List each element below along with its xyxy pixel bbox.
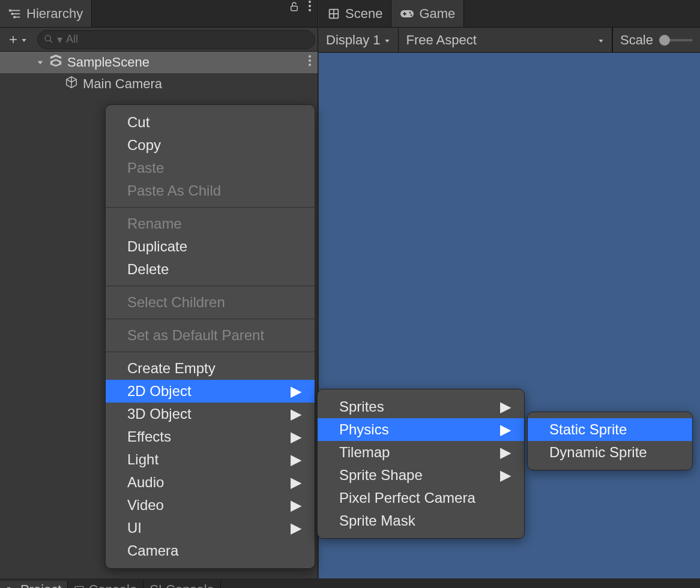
submenu-arrow-icon: ▶	[482, 398, 511, 415]
gamepad-icon	[400, 8, 414, 20]
submenu-tilemap[interactable]: Tilemap▶	[318, 441, 524, 464]
svg-point-18	[309, 64, 311, 66]
tab-hierarchy-label: Hierarchy	[26, 6, 83, 22]
tab-game-label: Game	[419, 6, 455, 22]
menu-create-empty[interactable]: Create Empty	[106, 357, 315, 380]
chevron-down-icon	[597, 32, 605, 48]
submenu-arrow-icon: ▶	[273, 428, 301, 445]
menu-separator	[106, 352, 315, 352]
menu-copy[interactable]: Copy	[106, 134, 315, 157]
menu-2d-object[interactable]: 2D Object ▶	[106, 380, 315, 403]
tab-game[interactable]: Game	[391, 0, 464, 27]
right-tabs-row: Scene Game	[319, 0, 700, 28]
cube-icon	[65, 76, 78, 92]
folder-icon	[6, 582, 17, 588]
submenu-dynamic-sprite[interactable]: Dynamic Sprite	[528, 441, 692, 464]
svg-point-13	[45, 35, 50, 41]
submenu-arrow-icon: ▶	[482, 467, 511, 484]
svg-rect-25	[400, 10, 414, 17]
search-placeholder: All	[66, 33, 78, 46]
tab-scene-label: Scene	[345, 6, 382, 22]
menu-cut[interactable]: Cut	[106, 111, 315, 134]
menu-delete[interactable]: Delete	[106, 258, 315, 281]
svg-marker-15	[38, 61, 43, 65]
gameobject-label: Main Camera	[83, 76, 162, 92]
menu-set-default-parent: Set as Default Parent	[106, 324, 315, 347]
submenu-2d-object: Sprites▶ Physics▶ Tilemap▶ Sprite Shape▶…	[317, 389, 525, 539]
menu-rename: Rename	[106, 212, 315, 235]
unity-logo-icon	[49, 54, 62, 71]
tab-project-label: Project	[20, 582, 61, 588]
chevron-down-icon	[384, 32, 391, 48]
scene-name: SampleScene	[67, 55, 149, 70]
tab-slconsole[interactable]: SLConsole	[143, 581, 221, 588]
menu-ui[interactable]: UI▶	[106, 517, 315, 539]
submenu-physics[interactable]: Physics▶	[318, 418, 524, 441]
svg-point-5	[14, 16, 15, 17]
menu-duplicate[interactable]: Duplicate	[106, 235, 315, 258]
kebab-icon[interactable]	[308, 0, 312, 27]
menu-effects[interactable]: Effects▶	[106, 425, 315, 448]
svg-marker-31	[599, 40, 603, 43]
menu-audio[interactable]: Audio▶	[106, 471, 315, 494]
scale-control: Scale	[612, 28, 700, 52]
svg-point-4	[11, 13, 13, 14]
search-icon	[44, 32, 53, 47]
foldout-icon[interactable]	[36, 55, 44, 70]
aspect-dropdown[interactable]: Free Aspect	[399, 28, 612, 52]
gameobject-row[interactable]: Main Camera	[0, 73, 318, 95]
game-toolbar: Display 1 Free Aspect Scale	[319, 28, 700, 53]
slider-thumb[interactable]	[659, 35, 670, 46]
scene-icon	[327, 7, 340, 20]
tab-console-label: Console	[88, 582, 137, 588]
svg-point-27	[411, 14, 412, 16]
submenu-arrow-icon: ▶	[482, 444, 511, 461]
menu-separator	[106, 207, 315, 208]
svg-point-17	[309, 59, 311, 62]
tab-scene[interactable]: Scene	[319, 0, 391, 27]
menu-light[interactable]: Light▶	[106, 448, 315, 471]
scale-slider[interactable]	[660, 39, 693, 41]
submenu-arrow-icon: ▶	[273, 520, 301, 536]
scene-row[interactable]: SampleScene	[0, 52, 318, 73]
submenu-static-sprite[interactable]: Static Sprite	[528, 418, 692, 441]
search-input[interactable]: ▾ All	[37, 30, 315, 49]
display-dropdown[interactable]: Display 1	[319, 28, 399, 52]
menu-separator	[106, 319, 315, 319]
add-object-button[interactable]	[2, 28, 32, 51]
chevron-down-icon	[20, 32, 28, 47]
submenu-sprite-mask[interactable]: Sprite Mask	[318, 509, 524, 532]
svg-marker-12	[22, 39, 26, 42]
submenu-physics: Static Sprite Dynamic Sprite	[527, 412, 693, 470]
console-icon	[74, 582, 85, 588]
tab-project[interactable]: Project	[0, 581, 68, 588]
left-tabs-row: Hierarchy	[0, 0, 318, 28]
submenu-sprite-shape[interactable]: Sprite Shape▶	[318, 464, 524, 487]
svg-rect-29	[404, 12, 405, 16]
svg-point-7	[309, 1, 311, 3]
svg-marker-30	[385, 40, 390, 43]
svg-line-14	[50, 40, 52, 43]
submenu-arrow-icon: ▶	[482, 421, 511, 438]
scene-kebab-icon[interactable]	[308, 55, 312, 70]
menu-3d-object[interactable]: 3D Object▶	[106, 403, 315, 425]
svg-point-3	[10, 10, 11, 11]
scale-label: Scale	[620, 32, 653, 48]
svg-point-9	[309, 9, 311, 11]
lock-icon[interactable]	[289, 0, 300, 27]
menu-video[interactable]: Video▶	[106, 494, 315, 517]
submenu-arrow-icon: ▶	[273, 497, 301, 514]
svg-rect-6	[291, 6, 298, 11]
submenu-pixel-perfect-camera[interactable]: Pixel Perfect Camera	[318, 487, 524, 509]
submenu-sprites[interactable]: Sprites▶	[318, 395, 524, 418]
hierarchy-toolbar: ▾ All	[0, 28, 318, 52]
menu-separator	[106, 286, 315, 286]
submenu-arrow-icon: ▶	[273, 451, 301, 468]
tab-console[interactable]: Console	[68, 581, 143, 588]
display-label: Display 1	[326, 32, 380, 48]
submenu-arrow-icon: ▶	[273, 383, 301, 400]
menu-camera[interactable]: Camera	[106, 539, 315, 562]
submenu-arrow-icon: ▶	[273, 406, 301, 422]
tab-hierarchy[interactable]: Hierarchy	[0, 0, 92, 27]
menu-paste: Paste	[106, 157, 315, 179]
